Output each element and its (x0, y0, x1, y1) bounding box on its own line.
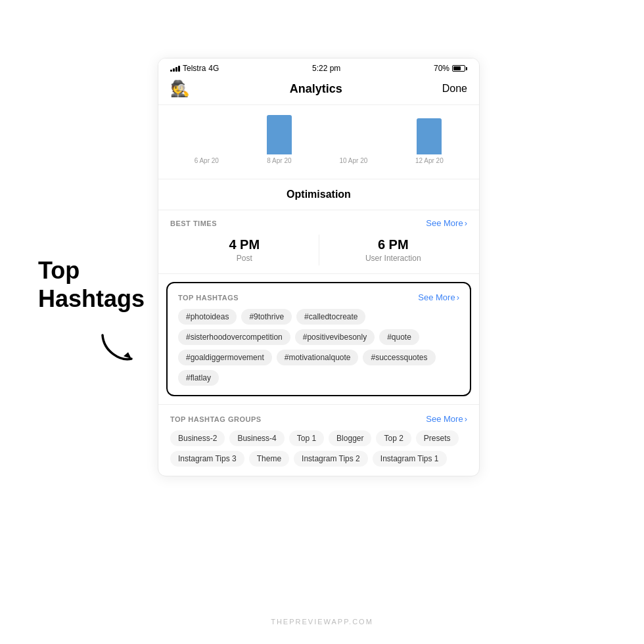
chevron-right-icon: › (465, 218, 467, 228)
list-item[interactable]: #9tothrive (241, 309, 292, 325)
top-hashtag-groups-see-more[interactable]: See More › (426, 414, 467, 424)
arrow-icon (97, 329, 137, 371)
top-hashtags-label: Top Hashtags (38, 256, 145, 313)
chart-bar-group-2: 8 Apr 20 (267, 115, 292, 164)
best-time-interaction-value: 6 PM (319, 237, 468, 252)
battery-icon (452, 65, 467, 72)
app-title: Analytics (290, 82, 342, 96)
top-hashtags-section-label: TOP HASHTAGS (178, 294, 239, 302)
chart-label-4: 12 Apr 20 (415, 157, 444, 164)
time-label: 5:22 pm (312, 64, 340, 73)
best-time-post-value: 4 PM (170, 237, 319, 252)
best-time-interaction: 6 PM User Interaction (319, 235, 468, 265)
optimisation-title: Optimisation (170, 189, 467, 200)
list-item[interactable]: Top 2 (376, 430, 411, 446)
list-item[interactable]: Instagram Tips 2 (294, 451, 368, 467)
list-item[interactable]: #goaldiggermovement (178, 350, 272, 365)
list-item[interactable]: Presets (416, 430, 459, 446)
best-time-post-label: Post (170, 254, 319, 263)
list-item[interactable]: Top 1 (289, 430, 324, 446)
chart-bar-group-3: 10 Apr 20 (339, 154, 367, 164)
list-item[interactable]: #motivationalquote (277, 350, 359, 365)
top-hashtags-header: TOP HASHTAGS See More › (178, 292, 459, 302)
list-item[interactable]: Business-2 (170, 430, 225, 446)
chart-label-3: 10 Apr 20 (339, 157, 367, 164)
list-item[interactable]: Theme (249, 451, 289, 467)
signal-bars-icon (170, 65, 180, 72)
hashtag-tags-list: #photoideas #9tothrive #calledtocreate #… (178, 309, 459, 386)
best-times-see-more[interactable]: See More › (426, 218, 467, 228)
list-item[interactable]: #successquotes (363, 350, 435, 365)
list-item[interactable]: Instagram Tips 1 (373, 451, 447, 467)
list-item[interactable]: Business-4 (229, 430, 284, 446)
top-hashtag-groups-header: TOP HASHTAG GROUPS See More › (170, 414, 467, 424)
list-item[interactable]: #positivevibesonly (295, 329, 375, 345)
list-item[interactable]: #flatlay (178, 370, 219, 386)
list-item[interactable]: Instagram Tips 3 (170, 451, 244, 467)
chart-bar-group-4: 12 Apr 20 (415, 118, 444, 164)
list-item[interactable]: #photoideas (178, 309, 237, 325)
group-tags-list: Business-2 Business-4 Top 1 Blogger Top … (170, 430, 467, 467)
app-header: 🕵️ Analytics Done (158, 76, 479, 105)
status-bar-left: Telstra 4G (170, 64, 219, 73)
page-wrapper: Top Hashtags Telstra 4G 5:22 pm (0, 0, 644, 644)
optimisation-section: Optimisation (158, 179, 479, 210)
top-hashtag-groups-label: TOP HASHTAG GROUPS (170, 415, 262, 423)
chart-area: 6 Apr 20 8 Apr 20 10 Apr 20 12 Apr 20 (170, 112, 467, 164)
best-times-grid: 4 PM Post 6 PM User Interaction (170, 235, 467, 265)
best-time-post: 4 PM Post (170, 235, 319, 265)
chevron-right-icon-groups: › (465, 414, 467, 424)
chevron-right-icon-hashtags: › (457, 292, 459, 302)
spy-icon: 🕵️ (170, 80, 190, 98)
top-hashtag-groups-section: TOP HASHTAG GROUPS See More › Business-2… (158, 404, 479, 476)
page-footer: THEPREVIEWAPP.COM (0, 618, 644, 626)
chart-label-2: 8 Apr 20 (267, 157, 291, 164)
best-times-section: BEST TIMES See More › 4 PM Post 6 PM Use… (158, 210, 479, 274)
chart-section: 6 Apr 20 8 Apr 20 10 Apr 20 12 Apr 20 (158, 105, 479, 179)
list-item[interactable]: #calledtocreate (296, 309, 365, 325)
carrier-label: Telstra (183, 64, 206, 73)
status-bar: Telstra 4G 5:22 pm 70% (158, 58, 479, 76)
best-times-label: BEST TIMES (170, 219, 217, 227)
phone-mockup: Telstra 4G 5:22 pm 70% 🕵️ Analytics Done (158, 58, 480, 476)
best-time-interaction-label: User Interaction (319, 254, 468, 263)
chart-bar-group-1: 6 Apr 20 (194, 154, 219, 164)
done-button[interactable]: Done (442, 83, 467, 95)
battery-percent: 70% (434, 64, 449, 73)
list-item[interactable]: #quote (379, 329, 419, 345)
status-bar-right: 70% (434, 64, 467, 73)
top-hashtags-section: TOP HASHTAGS See More › #photoideas #9to… (166, 282, 471, 396)
network-label: 4G (208, 64, 219, 73)
svg-marker-0 (124, 352, 131, 359)
top-hashtags-see-more[interactable]: See More › (418, 292, 459, 302)
list-item[interactable]: Blogger (329, 430, 371, 446)
chart-label-1: 6 Apr 20 (195, 157, 219, 164)
list-item[interactable]: #sisterhoodovercompetition (178, 329, 290, 345)
best-times-header: BEST TIMES See More › (170, 218, 467, 228)
